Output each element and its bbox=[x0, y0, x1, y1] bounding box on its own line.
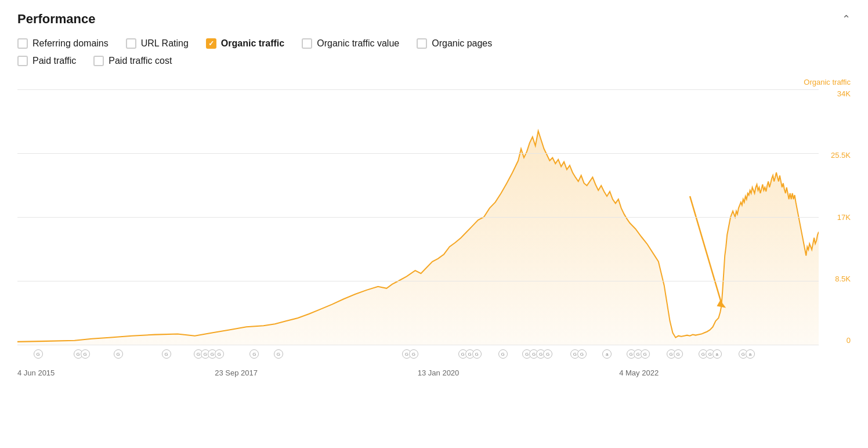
filter-organic-traffic-value[interactable]: Organic traffic value bbox=[302, 38, 399, 49]
google-marker[interactable]: G bbox=[577, 349, 587, 359]
y-label-34k: 34K bbox=[837, 89, 851, 98]
marker-group-6[interactable]: G bbox=[249, 349, 259, 359]
google-marker[interactable]: G bbox=[274, 349, 283, 359]
checkbox-organic-traffic[interactable] bbox=[206, 38, 216, 49]
marker-group-12[interactable]: G G bbox=[570, 349, 587, 359]
performance-header: Performance ⌃ bbox=[17, 12, 851, 27]
x-axis-labels: 4 Jun 2015 23 Sep 2017 13 Jan 2020 4 May… bbox=[17, 368, 819, 380]
marker-group-9[interactable]: G G G bbox=[458, 349, 482, 359]
x-label-2015: 4 Jun 2015 bbox=[17, 368, 55, 377]
marker-group-5[interactable]: G G G G bbox=[194, 349, 224, 359]
x-label-2020: 13 Jan 2020 bbox=[418, 368, 460, 377]
google-marker-a[interactable]: a bbox=[602, 349, 612, 359]
google-marker[interactable]: G bbox=[34, 349, 43, 359]
chart-plot-area bbox=[17, 89, 819, 345]
marker-group-2[interactable]: G G bbox=[74, 349, 90, 359]
google-marker[interactable]: G bbox=[162, 349, 171, 359]
google-marker-a[interactable]: a bbox=[713, 349, 722, 359]
checkbox-referring-domains[interactable] bbox=[17, 38, 28, 49]
collapse-icon[interactable]: ⌃ bbox=[842, 13, 851, 26]
filter-row-1: Referring domains URL Rating Organic tra… bbox=[17, 38, 851, 49]
marker-group-10[interactable]: G bbox=[498, 349, 508, 359]
filter-label-url-rating: URL Rating bbox=[141, 38, 189, 49]
x-label-2022: 4 May 2022 bbox=[619, 368, 659, 377]
checkbox-organic-traffic-value[interactable] bbox=[302, 38, 312, 49]
google-marker[interactable]: G bbox=[498, 349, 508, 359]
google-marker[interactable]: G bbox=[249, 349, 259, 359]
grid-lines bbox=[17, 89, 819, 345]
marker-group-15[interactable]: G G bbox=[667, 349, 683, 359]
google-marker[interactable]: G bbox=[472, 349, 482, 359]
marker-group-8[interactable]: G G bbox=[402, 349, 418, 359]
marker-group-4[interactable]: G bbox=[162, 349, 171, 359]
marker-group-17[interactable]: G a bbox=[739, 349, 755, 359]
organic-traffic-axis-label: Organic traffic bbox=[804, 78, 851, 86]
google-marker[interactable]: G bbox=[543, 349, 552, 359]
filter-label-organic-pages: Organic pages bbox=[432, 38, 492, 49]
checkbox-paid-traffic-cost[interactable] bbox=[93, 56, 104, 66]
marker-group-3[interactable]: G bbox=[114, 349, 123, 359]
filter-label-paid-traffic: Paid traffic bbox=[32, 56, 76, 66]
filter-organic-traffic[interactable]: Organic traffic bbox=[206, 38, 284, 49]
y-label-25-5k: 25.5K bbox=[831, 151, 851, 160]
filter-label-paid-traffic-cost: Paid traffic cost bbox=[108, 56, 172, 66]
y-axis-labels: 34K 25.5K 17K 8.5K 0 bbox=[820, 89, 851, 345]
google-marker-a[interactable]: a bbox=[746, 349, 755, 359]
filter-organic-pages[interactable]: Organic pages bbox=[417, 38, 492, 49]
google-marker[interactable]: G bbox=[641, 349, 650, 359]
marker-group-13[interactable]: a bbox=[602, 349, 612, 359]
google-marker[interactable]: G bbox=[81, 349, 90, 359]
filter-label-referring-domains: Referring domains bbox=[32, 38, 108, 49]
chart-area: Organic traffic bbox=[17, 78, 851, 380]
google-marker[interactable]: G bbox=[674, 349, 683, 359]
filter-paid-traffic-cost[interactable]: Paid traffic cost bbox=[93, 56, 172, 66]
google-marker[interactable]: G bbox=[114, 349, 123, 359]
marker-group-1[interactable]: G bbox=[34, 349, 43, 359]
filter-label-organic-traffic-value: Organic traffic value bbox=[317, 38, 399, 49]
checkbox-organic-pages[interactable] bbox=[417, 38, 427, 49]
x-label-2017: 23 Sep 2017 bbox=[215, 368, 258, 377]
marker-group-11[interactable]: G G G G bbox=[522, 349, 552, 359]
marker-group-7[interactable]: G bbox=[274, 349, 283, 359]
google-marker[interactable]: G bbox=[409, 349, 418, 359]
markers-row: G G G G G G G G G G G bbox=[17, 349, 819, 362]
filter-referring-domains[interactable]: Referring domains bbox=[17, 38, 108, 49]
marker-group-16[interactable]: G G a bbox=[699, 349, 722, 359]
filter-row-2: Paid traffic Paid traffic cost bbox=[17, 56, 851, 66]
y-label-17k: 17K bbox=[837, 213, 851, 222]
y-label-0: 0 bbox=[847, 336, 851, 345]
y-label-8-5k: 8.5K bbox=[835, 274, 851, 283]
google-marker[interactable]: G bbox=[215, 349, 224, 359]
checkbox-url-rating[interactable] bbox=[126, 38, 136, 49]
page-title: Performance bbox=[17, 12, 96, 27]
checkbox-paid-traffic[interactable] bbox=[17, 56, 28, 66]
marker-group-14[interactable]: G G G bbox=[627, 349, 650, 359]
filter-url-rating[interactable]: URL Rating bbox=[126, 38, 189, 49]
filter-label-organic-traffic: Organic traffic bbox=[221, 38, 284, 49]
filter-paid-traffic[interactable]: Paid traffic bbox=[17, 56, 76, 66]
